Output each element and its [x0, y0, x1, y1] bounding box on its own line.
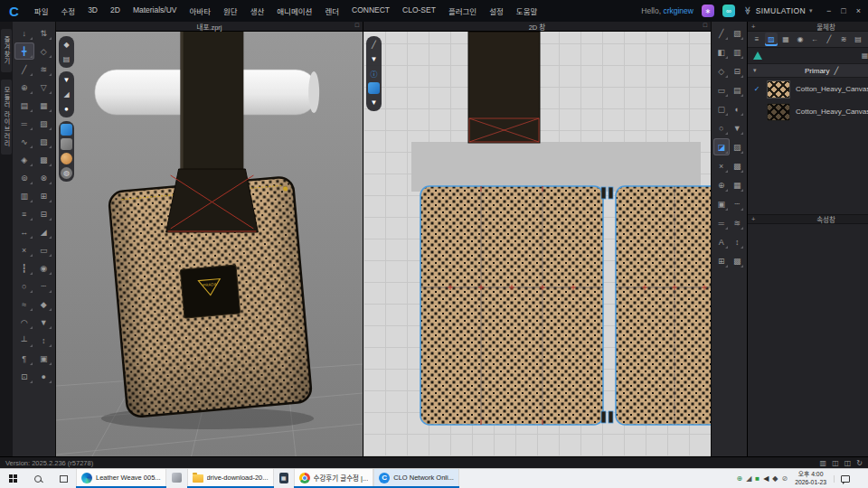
iron-2d-tool[interactable]: ◐ [730, 100, 746, 117]
side-pattern-piece[interactable] [616, 186, 711, 425]
fabric-view-on-icon[interactable] [61, 124, 72, 136]
pressure-map-tool[interactable]: ▧ [34, 133, 54, 150]
taskbar-app-clo[interactable]: C CLO Network Onli... [373, 469, 459, 488]
blocked-tray-icon[interactable]: ⊘ [782, 474, 788, 483]
show-avatar-icon[interactable]: ● [61, 103, 72, 115]
menu-item[interactable]: 파일 [28, 5, 55, 16]
grainline-2d-tool[interactable]: ↕ [730, 233, 746, 250]
task-view-button[interactable] [51, 469, 76, 488]
taskbar-app-edge[interactable]: Leather Weave 005... [76, 469, 166, 488]
fabric-view-off-icon[interactable] [61, 138, 72, 150]
buttonhole-tab-icon[interactable]: ← [808, 33, 821, 46]
fit-map-tool[interactable]: ▦ [34, 97, 54, 114]
fullness-tool[interactable]: ◠ [14, 314, 34, 331]
closet-badge-icon[interactable]: ∞ [722, 5, 735, 17]
tab-modular-library[interactable]: 모듈러 라이브러리 [1, 80, 12, 155]
edit-pencil-icon[interactable]: ╱ [835, 67, 839, 75]
environment-icon[interactable]: ◍ [61, 167, 72, 179]
add-point-tool[interactable]: ◇ [713, 62, 730, 80]
close-button[interactable]: × [856, 6, 861, 15]
import-tool[interactable]: ↓ [14, 24, 34, 42]
buttonhole-tool[interactable]: ○ [14, 277, 34, 295]
pattern-texture-icon[interactable]: ▼ [368, 97, 380, 108]
style-line-tool[interactable]: ◢ [34, 223, 54, 240]
attach-tool[interactable]: ⊞ [34, 187, 54, 204]
pin-tool[interactable]: ⊕ [14, 79, 34, 96]
dock-panel-icon[interactable]: + [751, 215, 755, 223]
avatar-pose-tool[interactable]: ◇ [34, 42, 54, 60]
texture-surface-icon[interactable]: ◢ [61, 89, 72, 100]
3d-scene[interactable]: PRADA [56, 32, 363, 456]
rectangle-tool[interactable]: ▢ [713, 100, 730, 117]
sd-display-icon[interactable]: ◫ [844, 459, 852, 467]
select-move-tool[interactable]: ╋ [14, 42, 34, 60]
taskbar-clock[interactable]: 오후 4:00 2026-01-23 [792, 471, 829, 487]
drape-tool[interactable]: ▽ [34, 79, 54, 96]
grid-view-icon[interactable]: ▦ [862, 52, 868, 60]
network-tray-icon[interactable]: ◢ [746, 474, 751, 483]
garment-thumbnail-icon[interactable]: ▤ [61, 53, 72, 65]
fabric-swatch[interactable] [767, 103, 790, 121]
button-tab-icon[interactable]: ◉ [794, 33, 807, 46]
show-pattern-3d-icon[interactable]: ▧ [730, 24, 746, 42]
tab-favorites[interactable]: 즐겨찾기 [1, 29, 12, 72]
brand-patch[interactable] [180, 265, 240, 318]
menu-item[interactable]: 생산 [244, 5, 271, 16]
wind-tool[interactable]: ≋ [34, 61, 54, 78]
show-garment-icon[interactable]: ▼ [61, 74, 72, 86]
fabric-2d-icon[interactable] [368, 82, 380, 94]
polygon-tool[interactable]: ▭ [713, 81, 730, 99]
fabric-apply-tool[interactable]: ▨ [730, 138, 746, 155]
notch-tool[interactable]: ┴ [14, 332, 34, 349]
topstitch-2d-tool[interactable]: ┄ [730, 195, 746, 212]
menu-item[interactable]: 수정 [54, 5, 81, 16]
2d-scene[interactable] [363, 32, 711, 456]
layer-tool[interactable]: ▣ [34, 350, 54, 367]
dock-panel-icon[interactable]: + [751, 23, 755, 31]
hd-display-icon[interactable]: ◫ [832, 459, 839, 467]
menu-item[interactable]: 애니메이션 [270, 5, 318, 16]
pattern-tab-icon[interactable]: ▦ [779, 33, 792, 46]
menu-item[interactable]: CONNECT [345, 5, 396, 16]
stress-map-tool[interactable]: ▨ [34, 115, 54, 132]
grading-tool[interactable]: ⊞ [713, 252, 730, 269]
main-pattern-piece[interactable] [420, 186, 603, 425]
annotation-tool[interactable]: ¶ [14, 350, 34, 367]
dart-tool[interactable]: ▼ [34, 314, 54, 331]
menu-item[interactable]: Materials/UV [127, 5, 184, 16]
bind-tool[interactable]: ⊗ [34, 169, 54, 186]
texture-editor-tool[interactable]: ◪ [713, 138, 730, 155]
app-tray-icon[interactable]: ■ [755, 474, 760, 483]
grainline-tool[interactable]: ↕ [34, 332, 54, 349]
unfold-tool[interactable]: ▥ [730, 43, 746, 61]
search-button[interactable] [25, 469, 51, 488]
sewing-machine-tool[interactable]: ▤ [14, 97, 34, 114]
steam-tool[interactable]: ≡ [14, 205, 34, 222]
topstitch-tab-icon[interactable]: ╱ [823, 33, 835, 46]
fabric-row[interactable]: Cotton_Heavy_Canvas ⋯ [748, 100, 868, 123]
viewport-3d-canvas[interactable]: ◆ ▤ ▼ ◢ ● ◍ [56, 32, 363, 456]
collapse-caret-icon[interactable]: ▾ [753, 67, 764, 74]
stitch-texture-tool[interactable]: ▩ [730, 157, 746, 174]
menu-item[interactable]: 아바타 [184, 5, 217, 16]
split-view-icon[interactable]: ▥ [820, 459, 827, 467]
workshop-badge-icon[interactable]: ∗ [702, 5, 714, 17]
bag-strap-3d[interactable] [181, 32, 244, 178]
minimize-button[interactable]: − [826, 6, 831, 15]
avatar-head-icon[interactable] [61, 153, 72, 164]
iron-tool[interactable]: ▥ [14, 187, 34, 204]
menu-item[interactable]: 렌더 [318, 5, 345, 16]
menu-item[interactable]: 도움말 [510, 5, 543, 16]
check-icon[interactable]: ✓ [752, 85, 761, 93]
button-tool[interactable]: ◉ [34, 259, 54, 277]
simulate-tool[interactable]: ⇅ [34, 24, 54, 42]
pattern-info-icon[interactable]: ⓘ [368, 68, 380, 80]
language-tray-icon[interactable]: ⊕ [737, 474, 743, 483]
pattern-check-tool[interactable]: ▦ [730, 176, 746, 193]
trim-tool[interactable]: ◆ [34, 296, 54, 313]
taskbar-app-folder[interactable]: drive-download-20... [187, 469, 274, 488]
strap-pattern-piece[interactable] [468, 32, 540, 143]
segment-sewing-tool[interactable]: ═ [14, 115, 34, 132]
transform-pattern-tool[interactable]: ◧ [713, 43, 730, 61]
fold-2d-tool[interactable]: ⊟ [730, 62, 746, 80]
